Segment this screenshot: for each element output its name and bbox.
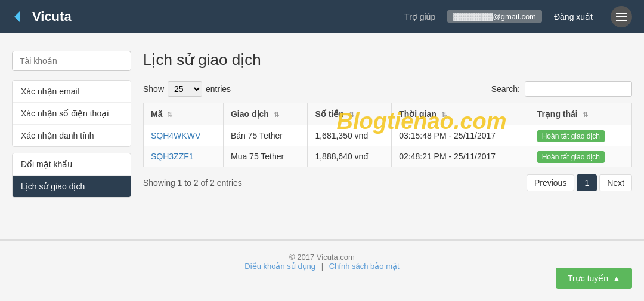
logo-text: Vicuta [32, 9, 72, 24]
row-status: Hoàn tất giao dịch [530, 146, 631, 167]
row-id-link[interactable]: SQH4WKWV [151, 131, 200, 140]
footer: © 2017 Vicuta.com Điều khoản sử dụng | C… [0, 239, 644, 282]
svg-rect-1 [616, 13, 627, 14]
sidebar-item-xac-nhan-danh-tinh[interactable]: Xác nhận danh tính [13, 125, 131, 146]
table-row: SQH4WKWV Bán 75 Tether 1,681,350 vnđ 03:… [144, 125, 632, 146]
next-button[interactable]: Next [599, 174, 632, 191]
table-footer: Showing 1 to 2 of 2 entries Previous 1 N… [143, 174, 632, 191]
sidebar-item-doi-mat-khau[interactable]: Đổi mật khẩu [13, 153, 131, 176]
sidebar-menu-1: Xác nhận email Xác nhận số điện thoại Xá… [12, 80, 131, 147]
footer-separator: | [321, 262, 323, 271]
previous-button[interactable]: Previous [527, 174, 574, 191]
sidebar-menu-2: Đổi mật khẩu Lịch sử giao dịch [12, 153, 131, 198]
sidebar-item-xac-nhan-dien-thoai[interactable]: Xác nhận số điện thoại [13, 103, 131, 125]
row-transaction: Bán 75 Tether [223, 125, 307, 146]
logo-icon [12, 8, 29, 25]
col-ma[interactable]: Mã ⇅ [144, 103, 224, 125]
header: Vicuta Trợ giúp ▓▓▓▓▓▓▓@gmail.com Đăng x… [0, 0, 644, 33]
table-controls: Show 25 10 50 100 entries Search: [143, 81, 632, 97]
page-title: Lịch sử giao dịch [143, 51, 632, 69]
search-label: Search: [491, 84, 520, 94]
search-input[interactable] [525, 81, 632, 97]
logo[interactable]: Vicuta [12, 8, 72, 25]
page-1-button[interactable]: 1 [577, 174, 597, 191]
showing-text: Showing 1 to 2 of 2 entries [143, 178, 242, 188]
sort-icon-giao-dich: ⇅ [274, 111, 279, 118]
menu-lines-icon [616, 13, 627, 21]
svg-rect-3 [616, 20, 627, 21]
sort-icon-thoi-gian: ⇅ [441, 111, 447, 118]
floating-label: Trực tuyến [568, 274, 608, 282]
search-box: Search: [491, 81, 632, 97]
content: Lịch sử giao dịch Show 25 10 50 100 entr… [143, 51, 632, 204]
chevron-up-icon: ▲ [613, 274, 620, 282]
main-container: Xác nhận email Xác nhận số điện thoại Xá… [0, 33, 644, 222]
show-entries: Show 25 10 50 100 entries [143, 81, 231, 97]
pagination: Previous 1 Next [527, 174, 632, 191]
table-wrapper: Mã ⇅ Giao dịch ⇅ Số tiền ⇅ Thời gian [143, 103, 632, 167]
table-header-row: Mã ⇅ Giao dịch ⇅ Số tiền ⇅ Thời gian [144, 103, 632, 125]
sidebar: Xác nhận email Xác nhận số điện thoại Xá… [12, 51, 131, 204]
row-id-link[interactable]: SQH3ZZF1 [151, 152, 194, 161]
sort-icon-so-tien: ⇅ [349, 111, 354, 118]
sort-icon-trang-thai: ⇅ [583, 111, 588, 118]
col-so-tien[interactable]: Số tiền ⇅ [308, 103, 392, 125]
row-amount: 1,888,640 vnđ [308, 146, 392, 167]
data-table: Mã ⇅ Giao dịch ⇅ Số tiền ⇅ Thời gian [143, 103, 632, 167]
terms-link[interactable]: Điều khoản sử dụng [244, 262, 315, 271]
entries-select[interactable]: 25 10 50 100 [168, 81, 202, 97]
col-thoi-gian[interactable]: Thời gian ⇅ [392, 103, 530, 125]
logout-button[interactable]: Đăng xuất [554, 12, 593, 22]
footer-copyright: © 2017 Vicuta.com [12, 253, 632, 262]
sort-icon-ma: ⇅ [167, 111, 172, 118]
svg-marker-0 [14, 11, 20, 23]
privacy-link[interactable]: Chính sách bảo mật [329, 262, 400, 271]
hamburger-icon[interactable] [611, 6, 632, 27]
table-row: SQH3ZZF1 Mua 75 Tether 1,888,640 vnđ 02:… [144, 146, 632, 167]
account-input[interactable] [12, 51, 131, 71]
col-giao-dich[interactable]: Giao dịch ⇅ [223, 103, 307, 125]
row-transaction: Mua 75 Tether [223, 146, 307, 167]
row-amount: 1,681,350 vnđ [308, 125, 392, 146]
col-trang-thai[interactable]: Trạng thái ⇅ [530, 103, 631, 125]
row-time: 03:15:48 PM - 25/11/2017 [392, 125, 530, 146]
sidebar-item-lich-su-giao-dich[interactable]: Lịch sử giao dịch [13, 176, 131, 197]
footer-links: Điều khoản sử dụng | Chính sách bảo mật [12, 262, 632, 271]
floating-online-button[interactable]: Trực tuyến ▲ [556, 268, 632, 282]
row-status: Hoàn tất giao dịch [530, 125, 631, 146]
sidebar-item-xac-nhan-email[interactable]: Xác nhận email [13, 81, 131, 103]
svg-rect-2 [616, 16, 627, 17]
entries-label: entries [206, 84, 231, 94]
show-label: Show [143, 84, 164, 94]
header-nav: Trợ giúp ▓▓▓▓▓▓▓@gmail.com Đăng xuất [404, 6, 632, 27]
user-email: ▓▓▓▓▓▓▓@gmail.com [447, 10, 542, 23]
help-link[interactable]: Trợ giúp [404, 12, 435, 22]
row-time: 02:48:21 PM - 25/11/2017 [392, 146, 530, 167]
